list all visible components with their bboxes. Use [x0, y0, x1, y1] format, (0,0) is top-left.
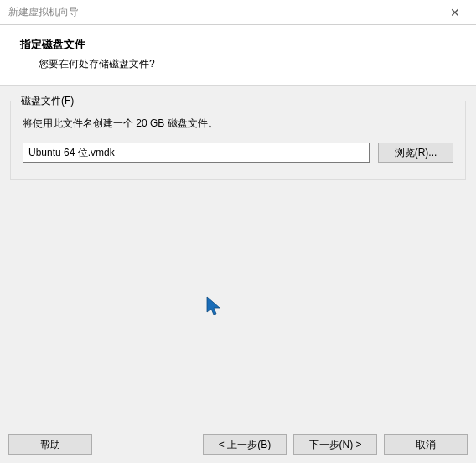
wizard-footer: 帮助 < 上一步(B) 下一步(N) > 取消	[0, 426, 476, 463]
close-icon[interactable]: ✕	[442, 6, 468, 19]
window-title: 新建虚拟机向导	[8, 5, 79, 19]
next-button[interactable]: 下一步(N) >	[293, 434, 377, 455]
help-button[interactable]: 帮助	[8, 434, 92, 455]
browse-button[interactable]: 浏览(R)...	[378, 143, 453, 163]
disk-filename-input[interactable]	[23, 143, 370, 163]
back-button[interactable]: < 上一步(B)	[203, 434, 287, 455]
cancel-button[interactable]: 取消	[384, 434, 468, 455]
page-subtitle: 您要在何处存储磁盘文件?	[20, 57, 456, 71]
wizard-header: 指定磁盘文件 您要在何处存储磁盘文件?	[0, 25, 476, 86]
titlebar: 新建虚拟机向导 ✕	[0, 0, 476, 25]
disk-file-group: 磁盘文件(F) 将使用此文件名创建一个 20 GB 磁盘文件。 浏览(R)...	[10, 101, 466, 180]
page-title: 指定磁盘文件	[20, 37, 456, 52]
file-row: 浏览(R)...	[23, 143, 453, 163]
disk-description: 将使用此文件名创建一个 20 GB 磁盘文件。	[23, 117, 453, 131]
cursor-icon	[206, 296, 223, 318]
group-title: 磁盘文件(F)	[18, 94, 77, 108]
content-area: 磁盘文件(F) 将使用此文件名创建一个 20 GB 磁盘文件。 浏览(R)...	[0, 86, 476, 180]
